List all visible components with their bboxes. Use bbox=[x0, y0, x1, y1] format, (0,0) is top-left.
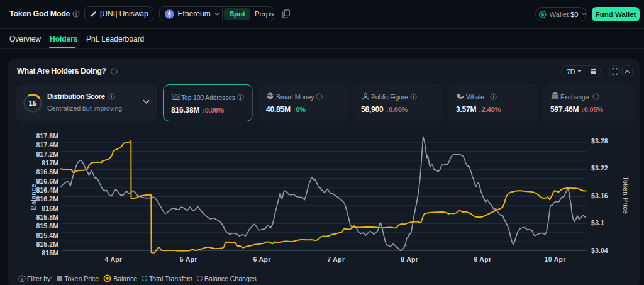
svg-text:815.4M: 815.4M bbox=[36, 232, 58, 239]
svg-text:6 Apr: 6 Apr bbox=[253, 255, 271, 263]
svg-text:8 Apr: 8 Apr bbox=[401, 255, 418, 263]
svg-text:817.6M: 817.6M bbox=[36, 132, 58, 140]
svg-text:815.6M: 815.6M bbox=[36, 222, 58, 230]
svg-text:$3.22: $3.22 bbox=[591, 164, 608, 172]
svg-text:$3.28: $3.28 bbox=[591, 137, 608, 145]
svg-text:5 Apr: 5 Apr bbox=[180, 255, 197, 263]
svg-text:817.4M: 817.4M bbox=[36, 141, 58, 148]
svg-text:816.6M: 816.6M bbox=[36, 177, 58, 185]
svg-text:817.2M: 817.2M bbox=[36, 150, 58, 158]
svg-text:4 Apr: 4 Apr bbox=[104, 255, 122, 263]
svg-text:817M: 817M bbox=[42, 159, 58, 167]
svg-text:$3.04: $3.04 bbox=[591, 247, 608, 254]
svg-text:815.8M: 815.8M bbox=[36, 213, 58, 221]
svg-text:815.2M: 815.2M bbox=[36, 240, 58, 248]
svg-text:815M: 815M bbox=[42, 249, 58, 257]
svg-text:816M: 816M bbox=[42, 204, 58, 212]
svg-text:816.8M: 816.8M bbox=[36, 168, 58, 176]
svg-text:7 Apr: 7 Apr bbox=[327, 255, 345, 263]
svg-text:816.4M: 816.4M bbox=[36, 186, 58, 194]
svg-text:816.2M: 816.2M bbox=[36, 195, 58, 203]
svg-text:Token Price: Token Price bbox=[622, 176, 630, 214]
svg-text:$3.1: $3.1 bbox=[591, 219, 604, 226]
svg-text:9 Apr: 9 Apr bbox=[474, 255, 491, 263]
svg-text:$3.16: $3.16 bbox=[591, 192, 608, 199]
svg-text:Balance: Balance bbox=[30, 184, 37, 210]
svg-text:10 Apr: 10 Apr bbox=[545, 255, 566, 263]
